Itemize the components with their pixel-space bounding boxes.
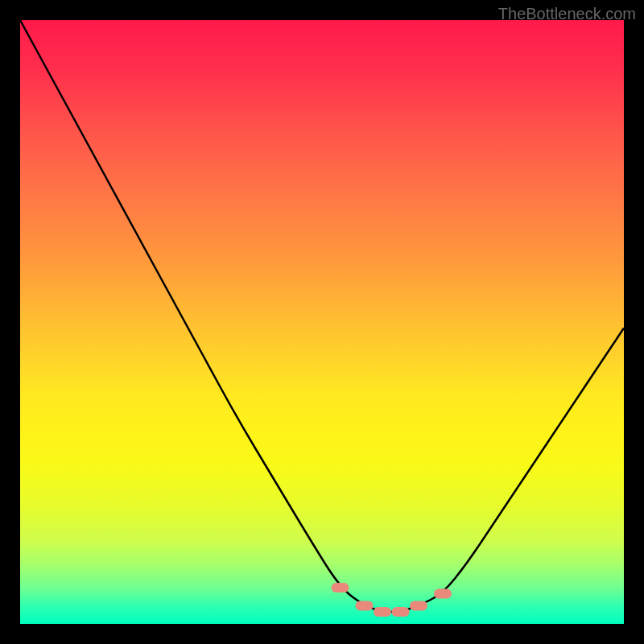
watermark-text: TheBottleneck.com — [498, 5, 636, 23]
chart-area — [20, 20, 624, 624]
highlight-point — [332, 583, 349, 592]
highlight-point — [434, 589, 452, 599]
highlight-point — [410, 601, 427, 611]
highlight-point — [374, 607, 391, 617]
highlight-point — [356, 601, 374, 611]
bottleneck-curve — [20, 20, 624, 612]
chart-svg — [20, 20, 624, 624]
highlight-point — [392, 607, 410, 617]
